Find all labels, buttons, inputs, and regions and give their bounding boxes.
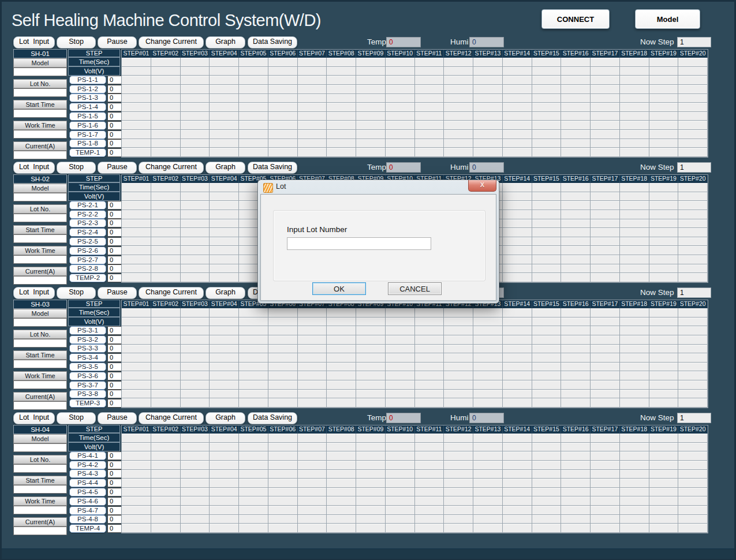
ps-channel-button[interactable]: PS-2-1	[69, 201, 106, 210]
work-time-field[interactable]	[13, 380, 67, 389]
lot-no-field[interactable]	[13, 214, 67, 222]
lot-input-button[interactable]: Lot Input	[13, 36, 55, 48]
ps-channel-button[interactable]: PS-1-8	[69, 139, 106, 148]
pause-button[interactable]: Pause	[98, 36, 137, 48]
current-field[interactable]	[13, 276, 67, 285]
lot-no-field[interactable]	[13, 464, 67, 473]
cancel-button[interactable]: CANCEL	[388, 282, 442, 295]
ps-channel-button[interactable]: PS-3-7	[69, 381, 106, 390]
grid-cell	[532, 308, 562, 318]
lot-input-button[interactable]: Lot Input	[13, 412, 55, 424]
temp-channel-button[interactable]: TEMP-1	[69, 148, 106, 157]
lot-input-button[interactable]: Lot Input	[13, 162, 55, 174]
ps-channel-button[interactable]: PS-4-5	[69, 488, 106, 496]
ps-channel-button[interactable]: PS-1-1	[69, 76, 106, 84]
ps-channel-button[interactable]: PS-3-3	[69, 344, 106, 353]
ps-channel-button[interactable]: PS-4-1	[69, 451, 106, 460]
stop-button[interactable]: Stop	[57, 412, 96, 424]
grid-cell	[532, 228, 562, 237]
grid-cell	[415, 496, 444, 506]
start-time-field[interactable]	[13, 360, 67, 368]
current-field[interactable]	[13, 151, 67, 159]
stop-button[interactable]: Stop	[57, 287, 96, 299]
model-field[interactable]	[13, 443, 67, 452]
work-time-field[interactable]	[13, 506, 67, 514]
temp-channel-button[interactable]: TEMP-3	[69, 399, 106, 408]
graph-button[interactable]: Graph	[206, 287, 245, 299]
now-step-value[interactable]: 1	[677, 162, 711, 173]
ps-channel-button[interactable]: PS-3-5	[69, 363, 106, 371]
ps-channel-button[interactable]: PS-2-3	[69, 219, 106, 227]
model-field[interactable]	[13, 193, 67, 201]
machine-section-sh-03: Lot InputStopPauseChange CurrentGraphDat…	[13, 287, 709, 409]
ok-button[interactable]: OK	[312, 282, 366, 295]
ps-channel-button[interactable]: PS-2-2	[69, 210, 106, 219]
data-saving-button[interactable]: Data Saving	[248, 412, 297, 424]
ps-channel-button[interactable]: PS-3-1	[69, 326, 106, 335]
grid-cell	[678, 380, 708, 390]
ps-channel-button[interactable]: PS-4-6	[69, 497, 106, 506]
close-icon[interactable]: X	[468, 180, 496, 192]
start-time-field[interactable]	[13, 234, 67, 243]
step-column-header: STEP#03	[181, 50, 210, 58]
current-field[interactable]	[13, 527, 67, 535]
model-button[interactable]: Model	[635, 9, 700, 29]
temp-channel-button[interactable]: TEMP-2	[69, 274, 106, 282]
graph-button[interactable]: Graph	[206, 162, 245, 174]
ps-channel-button[interactable]: PS-2-8	[69, 264, 106, 273]
data-saving-button[interactable]: Data Saving	[248, 36, 297, 48]
grid-cell	[561, 148, 591, 157]
ps-channel-button[interactable]: PS-1-6	[69, 121, 106, 130]
dialog-titlebar[interactable]: Lot X	[258, 180, 499, 194]
ps-channel-button[interactable]: PS-1-7	[69, 130, 106, 139]
ps-channel-button[interactable]: PS-2-6	[69, 247, 106, 255]
work-time-field[interactable]	[13, 130, 67, 139]
change-current-button[interactable]: Change Current	[139, 162, 204, 174]
stop-button[interactable]: Stop	[57, 36, 96, 48]
step-column-header: STEP#01	[122, 425, 151, 434]
model-field[interactable]	[13, 318, 67, 327]
now-step-value[interactable]: 1	[677, 413, 711, 423]
pause-button[interactable]: Pause	[98, 287, 137, 299]
lot-no-field[interactable]	[13, 339, 67, 348]
ps-channel-button[interactable]: PS-2-5	[69, 237, 106, 246]
change-current-button[interactable]: Change Current	[139, 412, 204, 424]
start-time-field[interactable]	[13, 109, 67, 118]
ps-channel-button[interactable]: PS-3-2	[69, 335, 106, 344]
stop-button[interactable]: Stop	[57, 162, 96, 174]
ps-channel-button[interactable]: PS-3-8	[69, 390, 106, 398]
ps-channel-button[interactable]: PS-1-4	[69, 103, 106, 111]
ps-channel-button[interactable]: PS-1-5	[69, 112, 106, 121]
lot-no-field[interactable]	[13, 88, 67, 97]
grid-cell	[620, 67, 649, 76]
ps-channel-button[interactable]: PS-4-4	[69, 479, 106, 487]
data-saving-button[interactable]: Data Saving	[248, 162, 297, 174]
ps-channel-button[interactable]: PS-3-6	[69, 372, 106, 380]
now-step-value[interactable]: 1	[677, 288, 711, 298]
change-current-button[interactable]: Change Current	[139, 287, 204, 299]
ps-channel-button[interactable]: PS-1-2	[69, 85, 106, 94]
start-time-field[interactable]	[13, 485, 67, 494]
ps-channel-button[interactable]: PS-2-4	[69, 228, 106, 237]
lot-number-input[interactable]	[287, 237, 431, 250]
model-field[interactable]	[13, 68, 67, 76]
lot-input-button[interactable]: Lot Input	[13, 287, 55, 299]
change-current-button[interactable]: Change Current	[139, 36, 204, 48]
ps-channel-button[interactable]: PS-4-7	[69, 506, 106, 515]
now-step-value[interactable]: 1	[677, 37, 711, 47]
ps-channel-button[interactable]: PS-4-2	[69, 461, 106, 469]
connect-button[interactable]: CONNECT	[541, 9, 610, 29]
graph-button[interactable]: Graph	[206, 412, 245, 424]
ps-channel-button[interactable]: PS-2-7	[69, 256, 106, 264]
graph-button[interactable]: Graph	[206, 36, 245, 48]
grid-cell	[122, 139, 151, 148]
pause-button[interactable]: Pause	[98, 412, 137, 424]
temp-channel-button[interactable]: TEMP-4	[69, 524, 106, 533]
ps-channel-button[interactable]: PS-3-4	[69, 353, 106, 362]
ps-channel-button[interactable]: PS-1-3	[69, 94, 106, 102]
pause-button[interactable]: Pause	[98, 162, 137, 174]
work-time-field[interactable]	[13, 255, 67, 264]
ps-channel-button[interactable]: PS-4-3	[69, 469, 106, 478]
ps-channel-button[interactable]: PS-4-8	[69, 515, 106, 524]
current-field[interactable]	[13, 401, 67, 410]
